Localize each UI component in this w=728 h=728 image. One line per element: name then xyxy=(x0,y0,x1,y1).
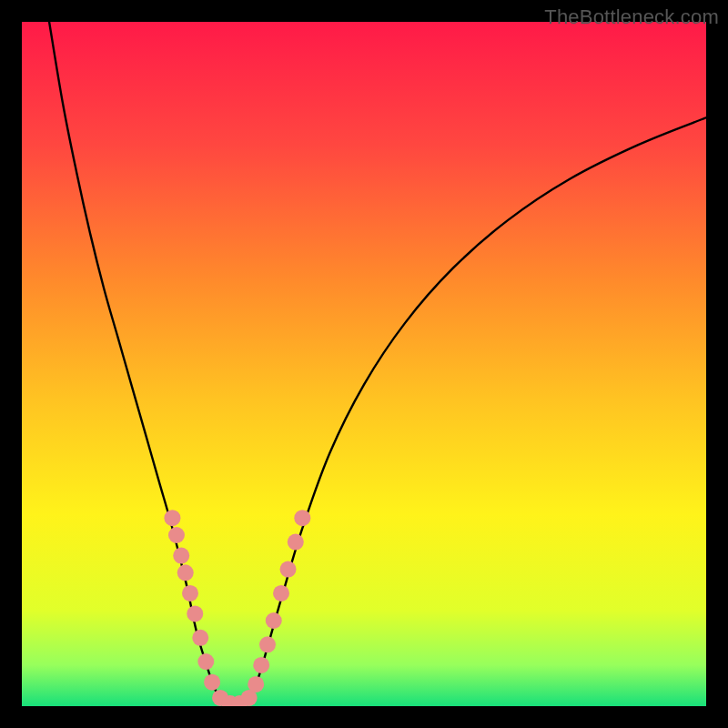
marker-dot xyxy=(177,564,194,581)
marker-dot xyxy=(248,676,264,693)
marker-dot xyxy=(288,534,304,551)
chart-svg xyxy=(22,22,706,706)
marker-dot xyxy=(197,653,214,670)
watermark-text: TheBottleneck.com xyxy=(544,5,719,29)
marker-dot xyxy=(187,605,203,622)
marker-dot xyxy=(253,657,269,673)
marker-dot xyxy=(182,585,198,602)
marker-dot xyxy=(266,612,282,629)
marker-dot xyxy=(192,630,208,646)
chart-frame: TheBottleneck.com xyxy=(0,0,728,728)
plot-area xyxy=(22,22,706,706)
marker-dot xyxy=(294,510,310,526)
marker-dot xyxy=(273,585,289,602)
marker-dot xyxy=(280,561,297,578)
marker-dot xyxy=(164,510,180,526)
marker-dot xyxy=(259,636,276,652)
marker-dot xyxy=(173,548,189,564)
marker-dot xyxy=(168,527,185,543)
marker-dot xyxy=(204,674,220,691)
